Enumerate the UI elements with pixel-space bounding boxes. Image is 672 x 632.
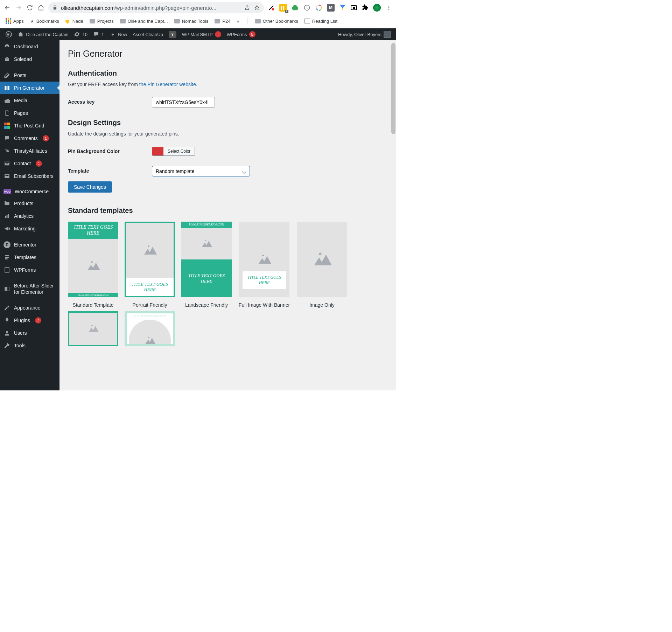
profile-avatar[interactable] xyxy=(373,4,381,12)
svg-rect-11 xyxy=(8,214,9,218)
reading-list[interactable]: Reading List xyxy=(304,19,337,24)
wp-adminbar: Ollie and the Captain 10 1 +New Asset Cl… xyxy=(0,28,396,40)
ext-icon[interactable] xyxy=(315,4,323,12)
sidebar-item-analytics[interactable]: Analytics xyxy=(0,210,59,222)
apps-button[interactable]: Apps xyxy=(6,18,24,24)
asset-cleanup[interactable]: Asset CleanUp xyxy=(130,28,166,40)
wpforms[interactable]: WPForms5 xyxy=(224,28,258,40)
sidebar-item-woocommerce[interactable]: wooWooCommerce xyxy=(0,186,59,197)
bookmark-folder[interactable]: Ollie and the Capt... xyxy=(120,19,168,24)
sidebar-item-before-after[interactable]: Before After Slider for Elementor xyxy=(0,280,59,298)
sidebar-item-plugins[interactable]: Plugins7 xyxy=(0,314,59,327)
sidebar-item-dashboard[interactable]: Dashboard xyxy=(0,40,59,53)
sidebar-item-thirsty[interactable]: TAThirstyAffiliates xyxy=(0,145,59,157)
template-card-portrait[interactable]: TITLE TEXT GOES HERE xyxy=(125,222,175,297)
my-account[interactable]: Howdy, Oliver Boyers xyxy=(335,31,393,38)
svg-rect-0 xyxy=(272,8,274,11)
sidebar-item-soledad[interactable]: Soledad xyxy=(0,53,59,65)
bookmark-folder[interactable]: P24 xyxy=(215,19,230,24)
back-icon[interactable] xyxy=(4,4,11,12)
sidebar-item-users[interactable]: Users xyxy=(0,327,59,339)
bookmark-folder[interactable]: Projects xyxy=(90,19,114,24)
updates[interactable]: 10 xyxy=(71,28,90,40)
design-text: Update the design settings for your gene… xyxy=(68,131,388,137)
scrollbar[interactable] xyxy=(391,40,396,390)
page-title: Pin Generator xyxy=(68,44,388,63)
share-icon[interactable] xyxy=(244,5,250,11)
ext-icon[interactable]: ▌▌3 xyxy=(279,4,287,12)
template-name: Full Image With Banner xyxy=(239,302,290,308)
template-card-standard[interactable]: TITLE TEXT GOES HERE BLOG.PINGENERATOR.C… xyxy=(68,222,118,297)
star-icon[interactable] xyxy=(254,5,260,11)
access-key-input[interactable] xyxy=(152,97,215,107)
sidebar-item-comments[interactable]: Comments1 xyxy=(0,132,59,145)
color-picker[interactable]: Select Color xyxy=(152,147,195,156)
sidebar-item-products[interactable]: Products xyxy=(0,197,59,210)
template-name: Standard Template xyxy=(72,302,113,308)
sidebar-item-wpforms[interactable]: WPForms xyxy=(0,264,59,276)
address-bar[interactable]: ollieandthecaptain.com/wp-admin/admin.ph… xyxy=(48,2,264,13)
svg-point-5 xyxy=(388,9,390,10)
url-text: ollieandthecaptain.com/wp-admin/admin.ph… xyxy=(61,5,216,11)
sidebar-item-post-grid[interactable]: The Post Grid xyxy=(0,119,59,132)
ext-icon[interactable] xyxy=(339,4,346,12)
template-name: Landscape Friendly xyxy=(185,302,228,308)
sidebar-item-media[interactable]: Media xyxy=(0,94,59,107)
access-key-label: Access key xyxy=(68,92,148,112)
sidebar-item-appearance[interactable]: Appearance xyxy=(0,301,59,314)
template-select[interactable]: Random template xyxy=(152,166,250,176)
template-card-landscape[interactable]: BLOG.PINGENERATOR.COM TITLE TEXT GOES HE… xyxy=(181,222,232,297)
image-placeholder-icon xyxy=(202,240,211,247)
design-heading: Design Settings xyxy=(68,119,388,127)
reload-icon[interactable] xyxy=(26,4,34,12)
home-icon[interactable] xyxy=(37,4,45,12)
ext-icon[interactable] xyxy=(267,4,275,12)
image-placeholder-icon xyxy=(88,262,99,270)
template-card-row2-b[interactable]: BLOG.PINGENERATOR.COM xyxy=(125,311,175,346)
bookmark-item[interactable]: Nada xyxy=(65,19,83,24)
sidebar-item-email-subscribers[interactable]: Email Subscribers xyxy=(0,170,59,182)
sidebar-item-posts[interactable]: Posts xyxy=(0,69,59,82)
svg-rect-13 xyxy=(5,287,7,291)
ext-icon[interactable] xyxy=(291,4,299,12)
sidebar-item-templates[interactable]: Templates xyxy=(0,251,59,264)
template-card-image-only[interactable] xyxy=(297,222,347,297)
ext-icon[interactable]: M xyxy=(327,4,335,12)
kebab-menu-icon[interactable] xyxy=(385,4,393,12)
pin-generator-link[interactable]: the Pin Generator website xyxy=(139,82,196,87)
bookmarks-overflow[interactable]: » xyxy=(237,19,239,24)
ext-icon[interactable] xyxy=(351,5,357,10)
sidebar-item-pages[interactable]: Pages xyxy=(0,107,59,119)
comments[interactable]: 1 xyxy=(90,28,107,40)
bg-color-label: Pin Background Color xyxy=(68,141,148,161)
forward-icon xyxy=(15,4,22,12)
template-card-full-banner[interactable]: TITLE TEXT GOES HERE xyxy=(239,222,289,297)
image-placeholder-icon xyxy=(259,255,270,264)
extensions-icon[interactable] xyxy=(361,4,369,12)
standard-templates-heading: Standard templates xyxy=(68,207,388,215)
sidebar-item-elementor[interactable]: EElementor xyxy=(0,238,59,251)
template-card-row2-a[interactable] xyxy=(68,311,118,346)
bookmark-item[interactable]: ★Bookmarks xyxy=(30,19,59,24)
sidebar-item-tools[interactable]: Tools xyxy=(0,339,59,352)
lock-icon xyxy=(52,5,57,10)
sidebar-item-pin-generator[interactable]: Pin Generator xyxy=(0,82,59,94)
avatar xyxy=(384,31,391,38)
site-name[interactable]: Ollie and the Captain xyxy=(15,28,71,40)
select-color-button[interactable]: Select Color xyxy=(163,147,195,155)
wp-logo[interactable] xyxy=(3,28,15,40)
sidebar-item-marketing[interactable]: Marketing xyxy=(0,222,59,235)
image-placeholder-icon xyxy=(145,337,154,344)
svg-rect-10 xyxy=(7,215,8,218)
svg-rect-14 xyxy=(7,287,9,291)
divider xyxy=(247,18,247,25)
ext-icon[interactable] xyxy=(303,4,311,12)
save-changes-button[interactable]: Save Changes xyxy=(68,181,112,193)
wp-mail-smtp[interactable]: WP Mail SMTP! xyxy=(179,28,224,40)
auth-heading: Authentication xyxy=(68,69,388,77)
yoast[interactable]: Y xyxy=(166,28,179,40)
sidebar-item-contact[interactable]: Contact1 xyxy=(0,157,59,170)
new-content[interactable]: +New xyxy=(107,28,130,40)
other-bookmarks[interactable]: Other Bookmarks xyxy=(255,19,298,24)
bookmark-folder[interactable]: Nomad Tools xyxy=(174,19,209,24)
